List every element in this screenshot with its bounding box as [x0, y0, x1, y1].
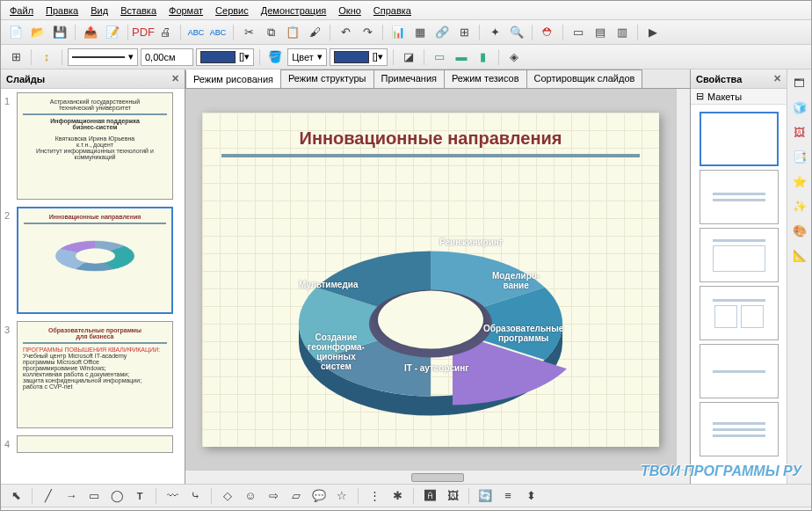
curve-tool[interactable]: 〰	[163, 486, 182, 506]
animation-icon[interactable]: ✨	[790, 196, 809, 215]
rotate-tool[interactable]: 🔄	[475, 486, 495, 506]
block-arrows-tool[interactable]: ⇨	[264, 486, 283, 506]
line-color-combo[interactable]: []▾	[196, 48, 254, 66]
grid-button[interactable]: ⊞	[454, 23, 474, 42]
save-button[interactable]: 💾	[50, 23, 69, 42]
select-tool[interactable]: ⬉	[6, 486, 25, 506]
vertical-scrollbar[interactable]	[676, 89, 690, 470]
basic-shapes-tool[interactable]: ◇	[218, 486, 237, 506]
navigator-button[interactable]: ✦	[485, 23, 504, 42]
slide-thumb[interactable]: 4	[4, 435, 181, 453]
pdf-button[interactable]: PDF	[134, 23, 153, 42]
presentation-button[interactable]: ▶	[643, 23, 663, 42]
line-tool[interactable]: ╱	[39, 486, 58, 506]
slides-list[interactable]: 1 Астраханский государственный техническ…	[1, 89, 185, 484]
layouts-section-header[interactable]: ⊟ Макеты	[691, 89, 787, 105]
edit-doc-button[interactable]: 📝	[103, 23, 122, 42]
symbol-shapes-tool[interactable]: ☺	[241, 486, 260, 506]
layout-thumb[interactable]	[700, 344, 779, 398]
copy-button[interactable]: ⧉	[261, 23, 280, 42]
slide-canvas-area[interactable]: Инновационные направления	[185, 89, 676, 470]
arrow-tool[interactable]: →	[62, 486, 81, 506]
autospell-button[interactable]: ABC	[208, 23, 228, 42]
fill-bucket-icon[interactable]: 🪣	[265, 47, 285, 67]
styles-icon[interactable]: 📐	[790, 245, 809, 265]
fill-color-combo[interactable]: []▾	[330, 48, 388, 66]
slide-thumb[interactable]: 2 Инновационные направления	[4, 207, 181, 314]
tab-sorter[interactable]: Сортировщик слайдов	[526, 69, 643, 88]
menu-file[interactable]: Файл	[4, 4, 39, 18]
slide-design-button[interactable]: ▥	[613, 23, 632, 42]
star-icon[interactable]: ⭐	[790, 172, 809, 191]
zoom-button[interactable]: 🔍	[507, 23, 526, 42]
cube-icon[interactable]: 🧊	[790, 98, 809, 117]
hyperlink-button[interactable]: 🔗	[432, 23, 452, 42]
transition-icon[interactable]: 🎨	[790, 221, 809, 240]
arrow-style-button[interactable]: ↕	[37, 47, 56, 67]
connector-tool[interactable]: ⤷	[185, 486, 205, 506]
line-width-input[interactable]	[141, 48, 193, 66]
line-style-combo[interactable]: ▾	[68, 48, 138, 66]
new-button[interactable]: 📄	[6, 23, 25, 42]
ellipse-tool[interactable]: ◯	[107, 486, 127, 506]
table-button[interactable]: ▦	[410, 23, 430, 42]
callout-tool[interactable]: 💬	[309, 486, 329, 506]
open-button[interactable]: 📂	[28, 23, 47, 42]
master-icon[interactable]: 📑	[790, 147, 809, 166]
chart-button[interactable]: 📊	[388, 23, 408, 42]
menu-view[interactable]: Вид	[85, 4, 113, 18]
close-icon[interactable]: ✕	[773, 73, 781, 84]
arrange-tool[interactable]: ⬍	[521, 486, 540, 506]
help-button[interactable]: ⛑	[538, 23, 557, 42]
layout-thumb[interactable]	[700, 112, 779, 166]
paste-button[interactable]: 📋	[283, 23, 302, 42]
fontwork-tool[interactable]: 🅰	[420, 486, 439, 506]
undo-button[interactable]: ↶	[336, 23, 355, 42]
slide-button[interactable]: ▭	[569, 23, 588, 42]
slide-props-button[interactable]: ▤	[591, 23, 610, 42]
slide-canvas[interactable]: Инновационные направления	[202, 113, 659, 447]
tab-outline[interactable]: Режим структуры	[280, 69, 374, 88]
gallery-icon[interactable]: 🖼	[790, 122, 809, 142]
tab-drawing[interactable]: Режим рисования	[185, 69, 281, 88]
layout-thumb[interactable]	[700, 286, 779, 340]
glue-tool[interactable]: ✱	[388, 486, 407, 506]
horizontal-scrollbar[interactable]	[185, 470, 690, 484]
menu-window[interactable]: Окно	[333, 4, 366, 18]
layout-thumb[interactable]	[700, 228, 779, 282]
arrange-button[interactable]: ▭	[430, 47, 449, 67]
print-button[interactable]: 🖨	[156, 23, 175, 42]
grid-toggle-button[interactable]: ⊞	[6, 47, 25, 67]
menu-edit[interactable]: Правка	[40, 4, 83, 18]
menu-slideshow[interactable]: Демонстрация	[256, 4, 332, 18]
layout-thumb[interactable]	[700, 402, 779, 456]
tab-notes[interactable]: Примечания	[373, 69, 446, 88]
align-button[interactable]: ▬	[452, 47, 471, 67]
export-button[interactable]: 📤	[81, 23, 100, 42]
spellcheck-button[interactable]: ABC	[186, 23, 206, 42]
tab-handout[interactable]: Режим тезисов	[444, 69, 527, 88]
menu-tools[interactable]: Сервис	[210, 4, 254, 18]
image-tool[interactable]: 🖼	[443, 486, 462, 506]
stars-tool[interactable]: ☆	[332, 486, 352, 506]
flowchart-tool[interactable]: ▱	[286, 486, 306, 506]
extrusion-button[interactable]: ◈	[504, 47, 524, 67]
points-tool[interactable]: ⋮	[365, 486, 384, 506]
slide-thumb[interactable]: 3 Образовательные программы для бизнеса …	[4, 321, 181, 428]
text-tool[interactable]: T	[130, 486, 149, 506]
menu-help[interactable]: Справка	[368, 4, 417, 18]
menu-format[interactable]: Формат	[163, 4, 208, 18]
slide-thumb[interactable]: 1 Астраханский государственный техническ…	[4, 92, 181, 200]
layout-thumb[interactable]	[700, 170, 779, 224]
menu-insert[interactable]: Вставка	[115, 4, 162, 18]
cut-button[interactable]: ✂	[239, 23, 258, 42]
properties-icon[interactable]: 🗔	[790, 73, 809, 92]
fill-type-combo[interactable]: Цвет▾	[287, 48, 327, 66]
shadow-button[interactable]: ◪	[399, 47, 418, 67]
rect-tool[interactable]: ▭	[84, 486, 104, 506]
redo-button[interactable]: ↷	[358, 23, 377, 42]
align-tool[interactable]: ≡	[498, 486, 518, 506]
format-paint-button[interactable]: 🖌	[305, 23, 324, 42]
close-icon[interactable]: ✕	[171, 73, 179, 84]
distribute-button[interactable]: ▮	[474, 47, 493, 67]
